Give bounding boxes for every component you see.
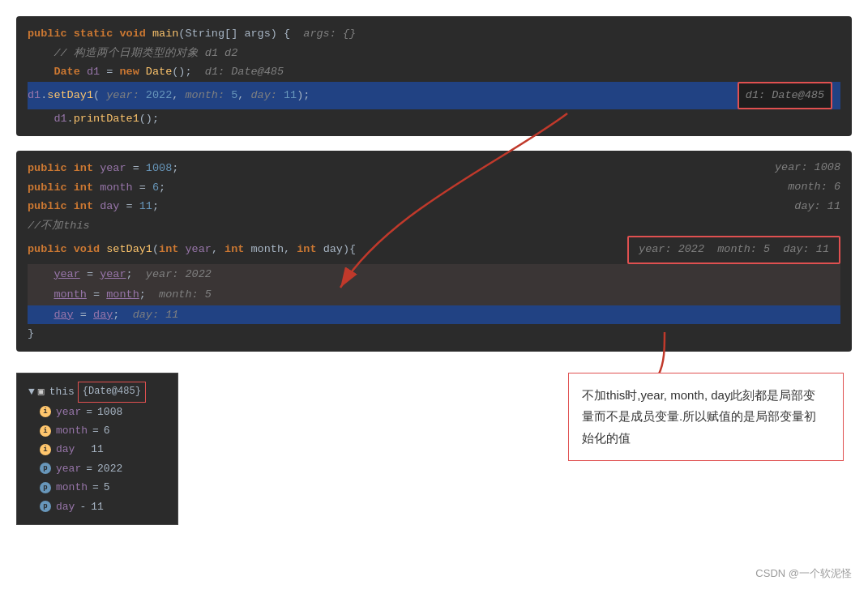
debug-item-day-i: i day 11 [28,440,166,459]
debug-val-year-i: 1008 [97,403,122,421]
code-line-3: Date d1 = new Date(); d1: Date@485 [28,62,840,82]
debug-val-day-i: 11 [91,440,104,459]
code-line-year-assign: year = year; year: 2022 [28,265,840,284]
debug-eq-year-i: = [86,403,92,421]
debug-var-day-p: day [56,497,75,516]
code-line-day: public int day = 11; [28,197,778,216]
anno-day: day: 11 [794,198,840,216]
anno-year: year: 1008 [775,159,840,177]
debug-var-month-p: month [56,478,88,497]
code-line-1: public static void main(String[] args) {… [28,24,840,44]
debug-item-day-p: p day - 11 [28,497,166,516]
debug-this-row: ▼ ▣ this {Date@485} [28,382,166,403]
debug-dash-day-p: - [79,497,86,516]
code-line-setday1-def: public void setDay1(int year, int month,… [28,240,619,259]
code-line-month-assign: month = month; month: 5 [28,285,840,305]
debug-eq-month-p: = [92,478,99,497]
watermark: CSDN @一个软泥怪 [755,566,852,581]
code-line-comment-this: //不加this [28,216,840,236]
code-line-5: d1.printDate1(); [28,109,840,129]
icon-blue-p-day: p [40,501,51,512]
debug-var-month-i: month [56,421,88,440]
debug-item-month-i: i month = 6 [28,421,166,440]
debug-item-year-i: i year = 1008 [28,403,166,421]
anno-month: month: 6 [788,178,840,197]
icon-orange-i-month: i [40,425,51,437]
code-line-month: public int month = 6; [28,178,772,198]
annotation-chinese-box: 不加this时,year, month, day此刻都是局部变 量而不是成员变量… [568,373,844,461]
code-line-close-brace: } [28,324,840,344]
icon-orange-i-year: i [40,406,51,417]
debug-eq-year-p: = [86,459,92,478]
debug-panel: ▼ ▣ this {Date@485} i year = 1008 i mont… [16,373,178,525]
debug-this-label: this [49,382,75,401]
debug-var-year-i: year [56,403,81,421]
tree-triangle: ▼ [28,382,35,401]
debug-item-month-p: p month = 5 [28,478,166,497]
debug-val-month-i: 6 [104,421,110,440]
debug-var-day-i: day [56,440,75,459]
code-line-day-assign-highlighted: day = day; day: 11 [28,305,840,325]
icon-blue-p-year: p [40,463,51,474]
debug-this-tag: {Date@485} [78,382,146,403]
icon-orange-i-day: i [40,444,51,455]
icon-blue-p-month: p [40,482,51,493]
annotation-text: 不加this时,year, month, day此刻都是局部变 量而不是成员变量… [582,388,816,445]
debug-space-day-i [79,440,86,459]
debug-var-year-p: year [56,459,81,478]
debug-box-icon: ▣ [38,382,45,401]
annotation-params: year: 2022 month: 5 day: 11 [627,236,840,264]
code-block-main: public static void main(String[] args) {… [16,16,852,136]
annotation-d1-date: d1: Date@485 [738,82,832,109]
debug-val-month-p: 5 [104,478,110,497]
code-line-2: // 构造两个日期类型的对象 d1 d2 [28,44,840,63]
code-block-class: public int year = 1008; year: 1008 publi… [16,151,852,352]
debug-item-year-p: p year = 2022 [28,459,166,478]
code-line-4-highlighted: d1.setDay1( year: 2022, month: 5, day: 1… [28,82,840,109]
debug-val-day-p: 11 [91,497,104,516]
code-line-year: public int year = 1008; [28,159,759,178]
debug-val-year-p: 2022 [97,459,122,478]
debug-eq-month-i: = [92,421,99,440]
